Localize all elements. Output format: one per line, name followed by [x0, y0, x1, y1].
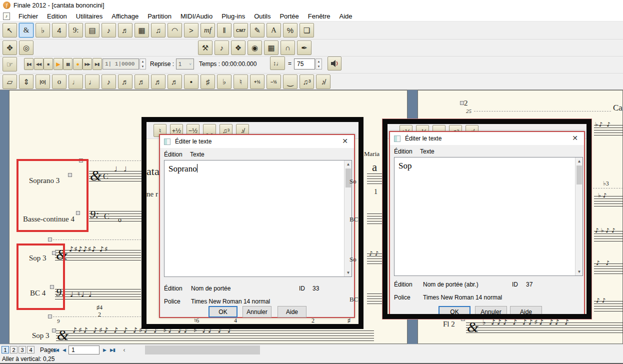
chord-tool[interactable]: CM7	[234, 23, 248, 38]
shape-designer-tool[interactable]: ❖	[231, 40, 246, 55]
textarea-scrollbar[interactable]: ▲ ▼	[575, 158, 582, 276]
menu-plugins[interactable]: Plug-ins	[217, 12, 250, 21]
special-tools-tool[interactable]: ⚒	[198, 40, 212, 55]
articulation-tool[interactable]: >	[184, 23, 198, 38]
prev-page-button[interactable]: ◀	[60, 346, 68, 354]
selection-handle[interactable]	[48, 314, 52, 318]
playback-position-field[interactable]: 1| 1|0000	[102, 58, 139, 70]
menu-affichage[interactable]: Affichage	[107, 12, 143, 21]
hyperscribe-tool[interactable]: ▦	[134, 23, 149, 38]
scroll-up-icon[interactable]: ▲	[344, 160, 352, 168]
next-page-button[interactable]: ▶	[100, 346, 108, 354]
menu-utilitaires[interactable]: Utilitaires	[72, 12, 107, 21]
dialog-menu-texte[interactable]: Texte	[190, 151, 204, 158]
tuplet-entry-tool[interactable]: ♫³	[300, 74, 314, 89]
speedy-entry-tool[interactable]: ♬	[118, 23, 132, 38]
document-icon[interactable]: ♪	[3, 12, 10, 20]
staff-name-fl2[interactable]: Fl 2	[443, 320, 455, 328]
staff-name-sop-bottom[interactable]: Sop 3	[32, 332, 50, 340]
eighth-note-tool[interactable]: ♪	[102, 74, 116, 89]
hundredtwentyeighth-note-tool[interactable]: ♬	[168, 74, 182, 89]
lower-half-step-tool[interactable]: −½	[266, 74, 281, 89]
tie-tool[interactable]: ‿	[283, 74, 298, 89]
go-to-end-button[interactable]: ▶▮	[92, 58, 102, 70]
zoom-tool[interactable]: ◎	[19, 40, 34, 55]
dialog-menu-edition[interactable]: Édition	[164, 151, 182, 158]
scroll-up-icon[interactable]: ▲	[576, 158, 583, 165]
repeat-tool[interactable]: ‖	[217, 23, 232, 38]
whole-note-tool[interactable]: o	[52, 74, 66, 89]
hand-grabber-tool[interactable]: ✥	[2, 40, 17, 55]
page-layout-tool[interactable]: ❏	[300, 23, 314, 38]
lyrics-tool[interactable]: ✎	[250, 23, 264, 38]
eraser-tool[interactable]: ▱	[2, 74, 17, 89]
smart-shape-tool[interactable]: ◠	[168, 23, 182, 38]
text-edit-area[interactable]: Sop ▲ ▼	[394, 157, 583, 276]
reprise-select[interactable]: 1˅	[176, 58, 194, 70]
measure-tool[interactable]: ▤	[85, 23, 100, 38]
pointer-hand-tool[interactable]: ☞	[2, 57, 17, 72]
page2-number-handle[interactable]	[460, 101, 464, 105]
grace-note-tool[interactable]: ♪̸	[316, 74, 330, 89]
scroll-down-icon[interactable]: ▼	[344, 269, 352, 276]
help-button[interactable]: Aide	[510, 306, 542, 318]
page-square-4[interactable]: 4	[27, 346, 34, 354]
quill-tool[interactable]: ✒	[297, 40, 312, 55]
thirtysecond-note-tool[interactable]: ♬	[134, 74, 149, 89]
quarter-note-tool[interactable]: ♩	[85, 74, 100, 89]
close-icon[interactable]: ✕	[342, 137, 348, 145]
cancel-button[interactable]: Annuler	[475, 306, 507, 318]
rewind-button[interactable]: ◀◀	[34, 58, 44, 70]
sop-bottom-handle[interactable]	[52, 328, 56, 332]
natural-tool[interactable]: ♮	[234, 74, 248, 89]
clef-tool[interactable]: 9:	[68, 23, 83, 38]
ok-button[interactable]: OK	[208, 306, 238, 318]
raise-half-step-tool[interactable]: +½	[250, 74, 264, 89]
tempo-spinner[interactable]: ▲▼	[316, 58, 322, 70]
scrollbar-thumb[interactable]	[576, 166, 582, 184]
page-square-1[interactable]: 1	[2, 346, 9, 354]
stop-button[interactable]: ■	[44, 58, 53, 70]
text-tool[interactable]: A	[266, 23, 281, 38]
tuplet-tool[interactable]: ♫	[151, 23, 166, 38]
menu-fichier[interactable]: Fichier	[14, 12, 42, 21]
pause-button[interactable]: ▮▮	[63, 58, 72, 70]
close-icon[interactable]: ✕	[572, 134, 578, 142]
basse-name-handle[interactable]	[76, 211, 80, 215]
text-edit-area[interactable]: Soprano ▲ ▼	[164, 160, 352, 277]
half-note-tool[interactable]: ♩	[68, 74, 83, 89]
go-to-start-button[interactable]: ▮◀	[24, 58, 34, 70]
mirror-tool[interactable]: ∩	[280, 40, 295, 55]
fast-forward-button[interactable]: ▶▶	[82, 58, 92, 70]
menu-edition[interactable]: Edition	[42, 12, 72, 21]
dialog-menu-edition[interactable]: Édition	[394, 148, 412, 155]
menu-partition[interactable]: Partition	[143, 12, 176, 21]
sixtyfourth-note-tool[interactable]: ♬	[151, 74, 166, 89]
menu-porte[interactable]: Portée	[275, 12, 303, 21]
tempo-value-field[interactable]: 75	[294, 58, 315, 70]
scroll-left-icon[interactable]: ‹	[120, 346, 128, 354]
soprano-name-handle[interactable]	[68, 173, 72, 177]
simple-entry-tool[interactable]: ♪	[102, 23, 116, 38]
flat-tool[interactable]: ♭	[217, 74, 232, 89]
selection-tool[interactable]: ↖	[2, 23, 17, 38]
sixteenth-note-tool[interactable]: ♬	[118, 74, 132, 89]
menu-outils[interactable]: Outils	[250, 12, 275, 21]
color-palette-tool[interactable]: ◉	[248, 40, 262, 55]
horizontal-scrollbar-thumb[interactable]	[145, 346, 260, 354]
resize-tool[interactable]: %	[283, 23, 298, 38]
menu-aide[interactable]: Aide	[335, 12, 357, 21]
page-square-2[interactable]: 2	[10, 346, 18, 354]
sop-abbr-handle[interactable]	[52, 251, 56, 255]
dialog-title-bar[interactable]: Éditer le texte	[160, 135, 354, 148]
page-number-input[interactable]: 1	[68, 346, 100, 354]
tempo-note-button[interactable]: ↕♩	[270, 56, 285, 70]
augmentation-dot-tool[interactable]: •	[184, 74, 198, 89]
record-button[interactable]: ●	[73, 58, 82, 70]
scroll-down-icon[interactable]: ▼	[576, 268, 583, 276]
selection-handle[interactable]	[48, 238, 52, 242]
note-mover-tool[interactable]: ♪	[214, 40, 229, 55]
pitch-up-down-tool[interactable]: ⇕	[19, 74, 34, 89]
time-signature-tool[interactable]: 4	[52, 23, 66, 38]
dialog-title-bar[interactable]: Éditer le texte	[390, 132, 584, 145]
